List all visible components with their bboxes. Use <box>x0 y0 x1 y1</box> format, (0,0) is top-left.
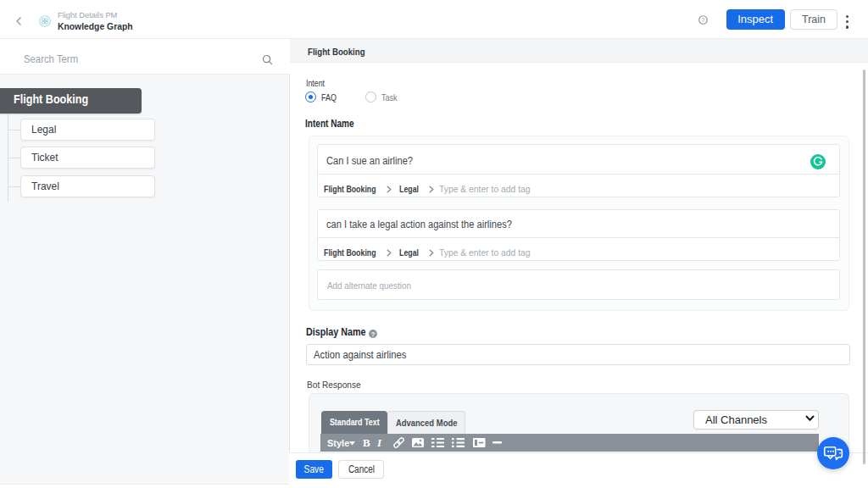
svg-text:B: B <box>363 436 370 449</box>
svg-text:I: I <box>376 436 382 449</box>
svg-text:?: ? <box>702 17 705 23</box>
svg-text:Style: Style <box>327 438 349 448</box>
svg-text:?: ? <box>371 330 376 338</box>
